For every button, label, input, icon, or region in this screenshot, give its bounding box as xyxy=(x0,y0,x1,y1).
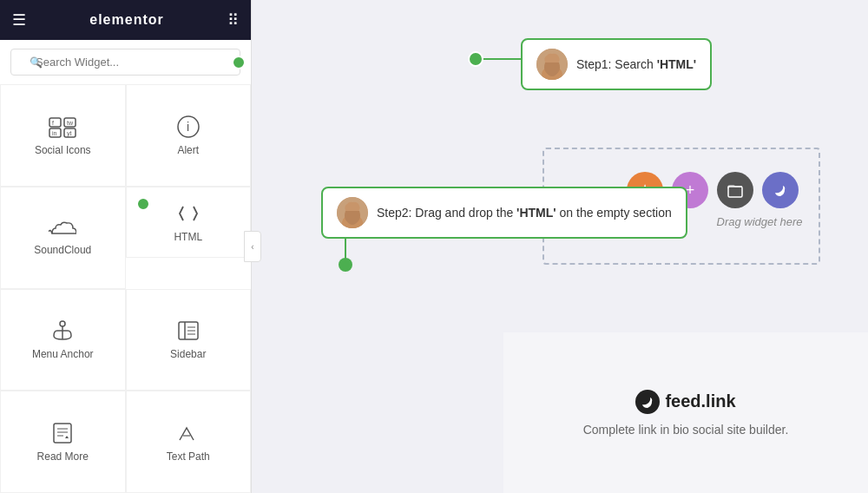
html-dot-indicator xyxy=(136,197,150,211)
svg-rect-0 xyxy=(49,118,61,127)
feedlink-logo-icon xyxy=(635,390,660,414)
search-bar-container: 🔍 xyxy=(0,40,251,84)
widget-soundcloud-label: SoundCloud xyxy=(34,244,91,256)
widget-alert[interactable]: i Alert xyxy=(126,84,252,187)
step1-callout: Step1: Search 'HTML' xyxy=(521,38,712,90)
svg-point-32 xyxy=(339,258,352,272)
widget-soundcloud[interactable]: SoundCloud xyxy=(0,187,126,289)
widget-text-path-label: Text Path xyxy=(167,450,210,463)
step2-text: Step2: Drag and drop the 'HTML' on the e… xyxy=(377,206,672,220)
svg-text:i: i xyxy=(187,120,189,134)
step2-callout: Step2: Drag and drop the 'HTML' on the e… xyxy=(321,187,687,239)
html-icon xyxy=(176,201,201,226)
search-magnify-icon: 🔍 xyxy=(30,56,43,69)
search-dot-indicator xyxy=(232,56,246,69)
read-more-icon xyxy=(50,421,75,445)
step2-avatar xyxy=(337,197,368,228)
widget-menu-anchor-label: Menu Anchor xyxy=(32,348,94,360)
widgets-grid: f in tw yt Social Icons i Alert xyxy=(0,84,251,493)
widget-html-wrapper: HTML xyxy=(126,187,252,289)
widget-social-icons-label: Social Icons xyxy=(35,144,91,156)
social-icons-icon: f in tw yt xyxy=(49,115,76,139)
app-title: elementor xyxy=(89,12,163,28)
anchor-icon xyxy=(50,319,75,343)
svg-text:tw: tw xyxy=(67,120,74,126)
sidebar-header: ☰ elementor ⠿ xyxy=(0,0,251,40)
svg-text:in: in xyxy=(52,130,57,136)
folder-circle[interactable] xyxy=(717,172,753,208)
widget-sidebar-label: Sidebar xyxy=(170,348,206,360)
collapse-icon: ‹ xyxy=(251,242,253,252)
widget-menu-anchor[interactable]: Menu Anchor xyxy=(0,289,126,391)
svg-text:f: f xyxy=(52,120,54,126)
step1-text: Step1: Search 'HTML' xyxy=(576,57,696,71)
sidebar: ☰ elementor ⠿ 🔍 f in tw yt xyxy=(0,0,252,493)
grid-icon[interactable]: ⠿ xyxy=(227,10,239,30)
feedlink-section: feed.link Complete link in bio social si… xyxy=(503,332,868,493)
search-wrapper: 🔍 xyxy=(10,49,240,76)
widget-text-path[interactable]: Text Path xyxy=(126,391,252,493)
widget-social-icons[interactable]: f in tw yt Social Icons xyxy=(0,84,126,187)
widget-read-more-label: Read More xyxy=(37,450,89,463)
sidebar-widget-icon xyxy=(176,319,201,343)
widget-html-label: HTML xyxy=(174,231,202,243)
widget-alert-label: Alert xyxy=(177,144,199,156)
drag-widget-label: Drag widget here xyxy=(703,215,816,228)
hamburger-icon[interactable]: ☰ xyxy=(12,10,26,30)
soundcloud-icon xyxy=(49,220,76,239)
svg-rect-29 xyxy=(728,187,742,197)
main-canvas: Step1: Search 'HTML' Step2: Drag and dro… xyxy=(252,0,868,493)
collapse-handle[interactable]: ‹ xyxy=(244,231,261,262)
feedlink-brand-name: feed.link xyxy=(665,391,735,411)
search-input[interactable] xyxy=(10,49,240,76)
svg-text:yt: yt xyxy=(67,130,72,137)
widget-sidebar[interactable]: Sidebar xyxy=(126,289,252,391)
text-path-icon xyxy=(176,421,201,445)
svg-rect-18 xyxy=(54,424,71,443)
feedlink-description: Complete link in bio social site builder… xyxy=(583,423,789,437)
svg-point-33 xyxy=(469,52,483,66)
alert-icon: i xyxy=(176,115,201,139)
moon-circle[interactable] xyxy=(762,172,799,208)
svg-point-10 xyxy=(60,321,65,326)
feedlink-brand: feed.link xyxy=(635,390,735,414)
widget-read-more[interactable]: Read More xyxy=(0,391,126,493)
step1-avatar xyxy=(536,49,568,80)
